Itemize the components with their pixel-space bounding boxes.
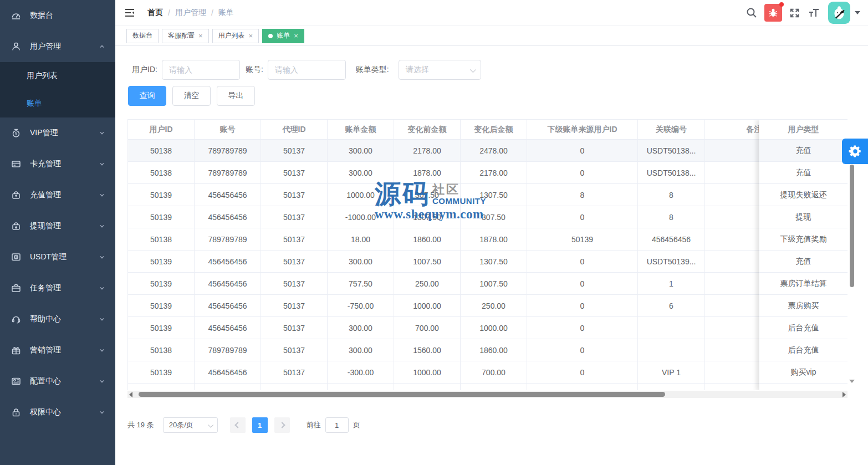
table-row[interactable]: 5013878978978950137300.002178.002478.000… — [128, 140, 847, 162]
table-cell: 1878.00 — [394, 162, 461, 184]
table-row[interactable]: 5013945645645650137-1000.001307.50307.50… — [128, 206, 847, 228]
sidebar-item-10[interactable]: 配置中心 — [0, 366, 115, 397]
avatar[interactable] — [828, 2, 850, 24]
sidebar-subitem-用户列表[interactable]: 用户列表 — [0, 62, 115, 90]
table-cell: 700.00 — [394, 317, 461, 339]
table-row-partial — [128, 384, 847, 390]
fullscreen-icon[interactable] — [789, 7, 800, 19]
sidebar-item-1[interactable]: 用户管理 — [0, 31, 115, 62]
scroll-right-arrow-icon[interactable] — [843, 392, 846, 397]
sidebar-item-label: 用户管理 — [30, 42, 61, 52]
table-row[interactable]: 50139456456456501371000.00307.501307.508… — [128, 184, 847, 206]
action-buttons: 查询 清空 导出 — [128, 86, 261, 106]
user-id-input[interactable] — [162, 60, 240, 80]
bill-table: 用户ID账号代理ID账单金额变化前金额变化后金额下级账单来源用户ID关联编号备注… — [127, 119, 847, 390]
table-cell: 6 — [638, 295, 705, 317]
horizontal-scrollbar[interactable] — [127, 391, 847, 398]
sidebar-submenu: 用户列表账单 — [0, 62, 115, 117]
user-icon — [11, 42, 21, 52]
table-cell: 1 — [638, 273, 705, 295]
sidebar-item-0[interactable]: 数据台 — [0, 0, 115, 31]
tab-1[interactable]: 客服配置× — [162, 29, 209, 43]
table-cell: 50137 — [261, 140, 328, 162]
table-cell: 0 — [527, 339, 638, 361]
sidebar-item-label: 权限中心 — [30, 407, 61, 417]
table-row[interactable]: 5013878978978950137300.001878.002178.000… — [128, 162, 847, 184]
chevron-down-icon — [99, 161, 105, 167]
account-input[interactable] — [268, 60, 346, 80]
close-icon[interactable]: × — [198, 32, 203, 39]
tab-label: 客服配置 — [168, 31, 195, 40]
chevron-down-icon — [99, 223, 105, 229]
sidebar-item-label: 配置中心 — [30, 376, 61, 386]
sidebar-item-label: 提现管理 — [30, 221, 61, 231]
clear-button[interactable]: 清空 — [172, 86, 211, 106]
table-cell: 1307.50 — [461, 251, 527, 273]
goto-page-input[interactable] — [325, 417, 349, 433]
table-row[interactable]: 5013945645645650137-300.001000.00700.000… — [128, 361, 847, 384]
table-cell: 456456456 — [195, 251, 261, 273]
chevron-down-icon — [99, 192, 105, 198]
close-icon[interactable]: × — [294, 32, 298, 39]
vertical-scrollbar[interactable] — [848, 139, 856, 388]
sidebar-item-11[interactable]: 权限中心 — [0, 397, 115, 428]
sidebar-subitem-账单[interactable]: 账单 — [0, 90, 115, 117]
tab-3[interactable]: 账单× — [262, 29, 304, 43]
sidebar-item-4[interactable]: 充值管理 — [0, 180, 115, 211]
breadcrumb-home[interactable]: 首页 — [147, 8, 163, 18]
user-type-cell: 票房订单结算 — [759, 273, 847, 295]
sidebar-item-8[interactable]: 帮助中心 — [0, 304, 115, 335]
table-cell: 50139 — [128, 251, 195, 273]
sidebar-item-5[interactable]: 提现管理 — [0, 211, 115, 242]
table-row[interactable]: 501387897897895013718.001860.001878.0050… — [128, 228, 847, 251]
chevron-down-icon — [208, 422, 213, 428]
tab-label: 数据台 — [132, 31, 152, 40]
sidebar-item-3[interactable]: 卡充管理 — [0, 149, 115, 180]
vertical-scrollbar-thumb[interactable] — [850, 165, 854, 287]
close-icon[interactable]: × — [249, 32, 253, 39]
search-icon[interactable] — [746, 7, 758, 19]
table-row[interactable]: 5013945645645650137-750.001000.00250.000… — [128, 295, 847, 317]
tab-2[interactable]: 用户列表× — [212, 29, 259, 43]
table-row[interactable]: 5013945645645650137300.00700.001000.000 — [128, 317, 847, 339]
settings-gear-button[interactable] — [842, 139, 868, 164]
table-cell: 2178.00 — [461, 162, 527, 184]
search-button[interactable]: 查询 — [128, 86, 166, 106]
tab-0[interactable]: 数据台 — [126, 29, 159, 43]
table-cell: VIP 1 — [638, 361, 705, 384]
sidebar-item-6[interactable]: USDT管理 — [0, 242, 115, 273]
breadcrumb-user-management[interactable]: 用户管理 — [175, 8, 206, 18]
sidebar-collapse-icon[interactable] — [124, 7, 135, 18]
chevron-down-icon[interactable] — [855, 11, 860, 14]
next-page-button[interactable] — [274, 417, 290, 433]
table-cell: 250.00 — [461, 295, 527, 317]
scroll-left-arrow-icon[interactable] — [129, 392, 132, 397]
table-cell: 300.00 — [328, 339, 394, 361]
sidebar-item-2[interactable]: VIP管理 — [0, 117, 115, 149]
help-icon — [11, 314, 21, 324]
scroll-down-arrow-icon[interactable] — [849, 380, 855, 383]
table-cell: 250.00 — [394, 273, 461, 295]
table-cell: 1860.00 — [461, 339, 527, 361]
font-size-icon[interactable] — [808, 7, 820, 19]
table-cell: 50137 — [261, 228, 328, 251]
horizontal-scrollbar-thumb[interactable] — [139, 392, 665, 397]
bug-report-button[interactable] — [764, 4, 782, 22]
export-button[interactable]: 导出 — [217, 86, 255, 106]
sidebar-item-9[interactable]: 营销管理 — [0, 335, 115, 366]
table-row[interactable]: 5013878978978950137300.001560.001860.000 — [128, 339, 847, 361]
column-header: 用户ID — [128, 120, 195, 140]
table-cell: 456456456 — [195, 184, 261, 206]
vip-icon — [11, 128, 21, 138]
page-size-select[interactable]: 20条/页 — [163, 417, 218, 433]
table-cell — [638, 339, 705, 361]
table-cell: 456456456 — [195, 273, 261, 295]
sidebar-item-7[interactable]: 任务管理 — [0, 273, 115, 304]
bill-type-select[interactable]: 请选择 — [399, 60, 481, 80]
table-row[interactable]: 5013945645645650137757.50250.001007.5001 — [128, 273, 847, 295]
table-cell: 50139 — [128, 206, 195, 228]
table-row[interactable]: 5013945645645650137300.001007.501307.500… — [128, 251, 847, 273]
prev-page-button[interactable] — [230, 417, 246, 433]
chevron-down-icon — [99, 254, 105, 260]
current-page-button[interactable]: 1 — [252, 417, 268, 433]
